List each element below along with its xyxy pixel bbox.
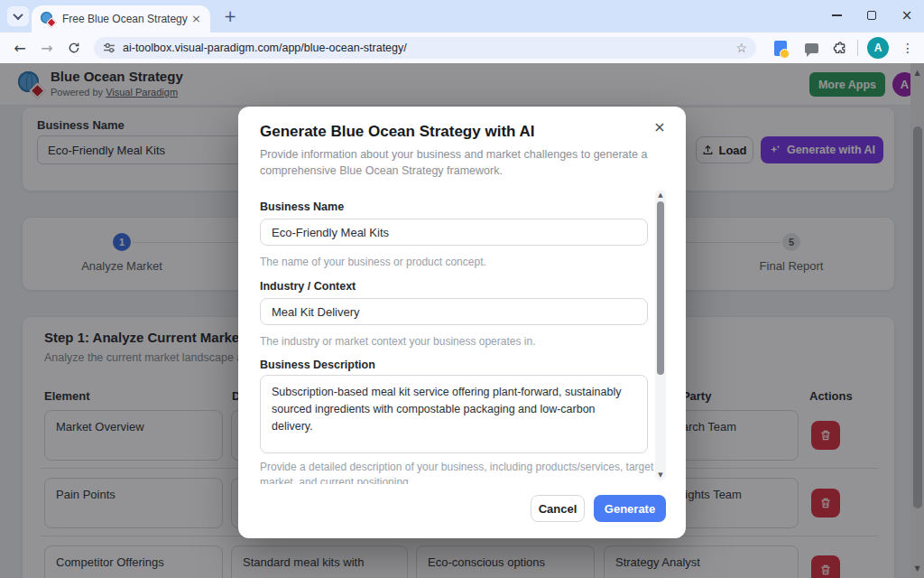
browser-menu-button[interactable]: ⋮	[899, 37, 917, 59]
browser-window: Free Blue Ocean Strategy AI Too × + × ← …	[0, 0, 924, 578]
extensions-button[interactable]	[830, 38, 850, 58]
page-info-button[interactable]	[771, 38, 790, 58]
description-label: Business Description	[260, 359, 375, 371]
chevron-down-icon	[13, 10, 23, 20]
new-tab-button[interactable]: +	[220, 7, 240, 27]
visual-paradigm-favicon	[41, 12, 55, 26]
browser-tab[interactable]: Free Blue Ocean Strategy AI Too ×	[32, 5, 210, 33]
scroll-down-icon[interactable]: ▼	[655, 471, 666, 479]
browser-profile-avatar[interactable]: A	[867, 37, 889, 59]
reload-button[interactable]	[63, 37, 85, 59]
reload-icon	[68, 42, 80, 54]
chat-bubble-icon	[805, 43, 818, 53]
tab-title: Free Blue Ocean Strategy AI Too	[62, 13, 189, 25]
forward-button[interactable]: →	[36, 37, 58, 59]
window-maximize-button[interactable]	[855, 0, 889, 31]
close-icon: ×	[901, 7, 913, 23]
back-button[interactable]: ←	[9, 37, 31, 59]
minimize-icon	[832, 14, 842, 16]
modal-close-icon[interactable]: ×	[650, 117, 670, 137]
web-page: Blue Ocean Strategy Powered by Visual Pa…	[0, 63, 924, 578]
tab-search-button[interactable]	[7, 6, 29, 26]
window-minimize-button[interactable]	[819, 0, 854, 31]
address-bar[interactable]: ai-toolbox.visual-paradigm.com/app/blue-…	[94, 37, 756, 59]
scrollbar-thumb[interactable]	[657, 201, 664, 375]
description-helper: Provide a detailed description of your b…	[260, 460, 659, 484]
tab-close-icon[interactable]: ×	[189, 12, 203, 26]
scroll-up-icon[interactable]: ▲	[655, 191, 666, 199]
url-text: ai-toolbox.visual-paradigm.com/app/blue-…	[123, 42, 407, 54]
modal-title: Generate Blue Ocean Strategy with AI	[260, 123, 535, 141]
industry-label: Industry / Context	[260, 280, 356, 293]
maximize-icon	[867, 11, 876, 20]
bookmark-star-icon[interactable]: ☆	[735, 41, 747, 55]
modal-subtitle: Provide information about your business …	[260, 146, 666, 179]
generate-strategy-modal: Generate Blue Ocean Strategy with AI × P…	[238, 107, 686, 538]
puzzle-icon	[833, 41, 847, 55]
toolbar-separator	[857, 40, 858, 56]
feedback-button[interactable]	[801, 38, 821, 58]
modal-footer: Cancel Generate	[531, 495, 666, 522]
modal-scrollbar[interactable]: ▲ ▼	[655, 190, 666, 480]
industry-helper: The industry or market context your busi…	[260, 334, 659, 350]
site-settings-icon[interactable]	[103, 42, 116, 53]
business-name-label: Business Name	[260, 200, 344, 213]
industry-input[interactable]	[260, 298, 648, 325]
modal-body: Business Name The name of your business …	[238, 186, 686, 484]
business-name-input[interactable]	[260, 219, 648, 246]
generate-button[interactable]: Generate	[594, 495, 666, 522]
window-close-button[interactable]: ×	[890, 0, 924, 31]
description-textarea[interactable]: Subscription-based meal kit service offe…	[260, 375, 648, 453]
business-name-helper: The name of your business or product con…	[260, 255, 659, 270]
cancel-button[interactable]: Cancel	[531, 495, 585, 522]
browser-tab-strip: Free Blue Ocean Strategy AI Too × + ×	[0, 0, 924, 33]
browser-toolbar: ← → ai-toolbox.visual-paradigm.com/app/b…	[0, 33, 924, 63]
document-icon	[774, 41, 787, 56]
